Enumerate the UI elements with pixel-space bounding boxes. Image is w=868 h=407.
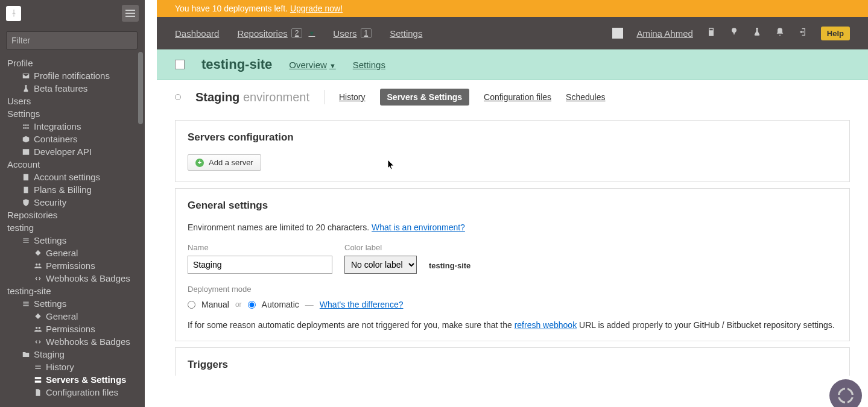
sidebar-item-profile[interactable]: Profile xyxy=(7,57,145,69)
chevron-down-icon: ▼ xyxy=(308,30,315,37)
general-heading: General settings xyxy=(188,200,837,212)
folder-icon xyxy=(22,350,30,359)
add-server-button[interactable]: + Add a server xyxy=(188,154,261,171)
sidebar-item-devapi[interactable]: Developer API xyxy=(7,145,145,158)
lifering-icon xyxy=(838,388,854,403)
sidebar-item-ts-webhooks[interactable]: Webhooks & Badges xyxy=(7,335,145,348)
repo-header: testing-site Overview▼ Settings xyxy=(157,49,868,80)
code-icon xyxy=(34,338,42,346)
menu-button[interactable] xyxy=(122,5,139,22)
repo-overview-link[interactable]: Overview▼ xyxy=(289,60,335,70)
name-label: Name xyxy=(188,243,332,252)
help-button[interactable]: Help xyxy=(821,27,850,40)
whats-difference-link[interactable]: What's the difference? xyxy=(320,300,404,309)
sidebar-item-staging-servers[interactable]: Servers & Settings xyxy=(7,373,145,386)
repo-name-label: testing-site xyxy=(429,261,470,274)
sidebar-scrollbar[interactable] xyxy=(138,52,143,124)
color-select[interactable]: No color label xyxy=(344,256,417,274)
nav-dashboard[interactable]: Dashboard xyxy=(175,28,219,39)
sidebar-item-beta[interactable]: Beta features xyxy=(7,82,145,95)
people-icon xyxy=(34,262,42,270)
sidebar: Profile Profile notifications Beta featu… xyxy=(0,0,145,407)
repo-count-badge: 2 xyxy=(291,28,303,38)
sidebar-item-account[interactable]: Account xyxy=(7,158,145,171)
sidebar-item-staging-config[interactable]: Configuration files xyxy=(7,386,145,399)
flask-icon[interactable] xyxy=(752,27,762,39)
repo-settings-link[interactable]: Settings xyxy=(353,60,385,70)
sidebar-item-testingsite-settings[interactable]: Settings xyxy=(7,297,145,310)
tab-history[interactable]: History xyxy=(339,92,366,102)
plus-icon: + xyxy=(195,159,204,167)
sidebar-item-testing[interactable]: testing xyxy=(7,221,145,234)
sidebar-item-profile-notifications[interactable]: Profile notifications xyxy=(7,69,145,82)
user-count-badge: 1 xyxy=(361,28,372,38)
people-icon xyxy=(34,325,42,333)
mode-dash: — xyxy=(305,300,314,309)
sidebar-item-account-settings[interactable]: Account settings xyxy=(7,171,145,183)
top-nav: Dashboard Repositories 2 ▼ Users 1 Setti… xyxy=(157,17,868,49)
username-link[interactable]: Amina Ahmed xyxy=(636,28,692,39)
calculator-icon[interactable] xyxy=(706,27,716,39)
tab-schedules[interactable]: Schedules xyxy=(566,92,605,102)
sidebar-item-testing-general[interactable]: General xyxy=(7,247,145,259)
sidebar-item-users[interactable]: Users xyxy=(7,95,145,107)
pin-button[interactable] xyxy=(6,6,21,21)
pin-icon xyxy=(9,8,19,18)
mode-manual-radio[interactable] xyxy=(188,301,195,309)
sidebar-item-testing-webhooks[interactable]: Webhooks & Badges xyxy=(7,272,145,285)
mode-auto-label: Automatic xyxy=(262,300,299,309)
sidebar-item-ts-permissions[interactable]: Permissions xyxy=(7,323,145,335)
server-icon xyxy=(34,376,42,384)
sidebar-item-containers[interactable]: Containers xyxy=(7,133,145,145)
diamond-icon xyxy=(34,312,42,321)
filter-input[interactable] xyxy=(6,31,138,49)
sidebar-item-integrations[interactable]: Integrations xyxy=(7,120,145,133)
sidebar-item-settings[interactable]: Settings xyxy=(7,107,145,120)
tab-config-files[interactable]: Configuration files xyxy=(484,92,551,102)
flask-icon xyxy=(22,84,30,93)
sidebar-item-security[interactable]: Security xyxy=(7,196,145,209)
refresh-webhook-link[interactable]: refresh webhook xyxy=(515,320,577,330)
integrations-icon xyxy=(22,122,30,131)
deploy-icon[interactable] xyxy=(729,27,739,39)
servers-heading: Servers configuration xyxy=(188,131,837,144)
mode-auto-radio[interactable] xyxy=(248,301,256,309)
logout-icon[interactable] xyxy=(798,27,808,39)
triggers-panel: Triggers xyxy=(175,347,850,376)
tab-servers-settings[interactable]: Servers & Settings xyxy=(380,89,470,106)
what-is-env-link[interactable]: What is an environment? xyxy=(372,222,465,232)
sidebar-item-testing-permissions[interactable]: Permissions xyxy=(7,259,145,272)
sidebar-item-repositories[interactable]: Repositories xyxy=(7,209,145,221)
sidebar-item-testing-settings[interactable]: Settings xyxy=(7,234,145,247)
banner-text: You have 10 deployments left. xyxy=(175,4,290,13)
upgrade-link[interactable]: Upgrade now! xyxy=(290,4,343,13)
env-note: Environment names are limited to 20 char… xyxy=(188,222,837,232)
env-bar: Staging environment History Servers & Se… xyxy=(157,80,868,114)
servers-panel: Servers configuration + Add a server xyxy=(175,120,850,182)
shield-icon xyxy=(22,198,30,207)
upgrade-banner: You have 10 deployments left. Upgrade no… xyxy=(157,0,868,17)
repo-checkbox[interactable] xyxy=(175,60,185,69)
divider xyxy=(324,90,325,104)
general-panel: General settings Environment names are l… xyxy=(175,188,850,341)
sidebar-item-staging[interactable]: Staging xyxy=(7,348,145,361)
name-input[interactable] xyxy=(188,256,332,274)
nav-settings[interactable]: Settings xyxy=(390,28,422,39)
terminal-icon xyxy=(22,148,30,156)
floating-help-button[interactable] xyxy=(829,379,862,407)
list-icon xyxy=(34,363,42,371)
containers-icon xyxy=(22,135,30,144)
color-label: Color label xyxy=(344,243,417,252)
building-icon xyxy=(22,173,30,181)
nav-repositories[interactable]: Repositories 2 ▼ xyxy=(237,28,315,39)
nav-users[interactable]: Users 1 xyxy=(333,28,372,39)
sidebar-item-staging-history[interactable]: History xyxy=(7,361,145,373)
sidebar-item-testing-site[interactable]: testing-site xyxy=(7,285,145,297)
sliders-icon xyxy=(22,236,30,245)
file-icon xyxy=(34,388,42,397)
bell-icon[interactable] xyxy=(775,27,785,39)
sliders-icon xyxy=(22,300,30,308)
sidebar-item-billing[interactable]: Plans & Billing xyxy=(7,183,145,196)
sidebar-item-ts-general[interactable]: General xyxy=(7,310,145,323)
env-marker-icon xyxy=(175,94,181,100)
